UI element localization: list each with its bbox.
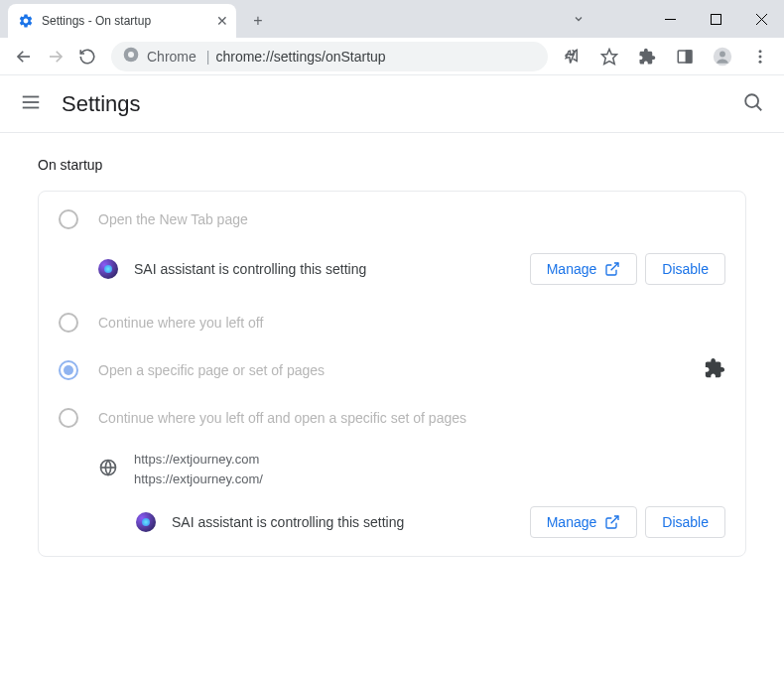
radio-icon bbox=[59, 408, 78, 428]
minimize-button[interactable] bbox=[647, 0, 693, 38]
omnibox-prefix: Chrome bbox=[147, 49, 196, 65]
gear-icon bbox=[18, 13, 34, 29]
manage-label: Manage bbox=[547, 261, 597, 277]
radio-icon-selected bbox=[59, 360, 78, 380]
svg-point-16 bbox=[759, 60, 762, 63]
svg-point-7 bbox=[128, 52, 134, 58]
maximize-button[interactable] bbox=[693, 0, 738, 38]
page-title: Settings bbox=[62, 91, 742, 117]
startup-page-entry: https://extjourney.com https://extjourne… bbox=[39, 442, 745, 496]
disable-label: Disable bbox=[662, 261, 709, 277]
open-external-icon bbox=[604, 261, 620, 277]
svg-point-15 bbox=[759, 55, 762, 58]
disable-button[interactable]: Disable bbox=[645, 506, 725, 538]
omnibox-separator: | bbox=[206, 49, 210, 65]
browser-tab[interactable]: Settings - On startup ✕ bbox=[8, 4, 236, 38]
manage-button[interactable]: Manage bbox=[530, 506, 638, 538]
radio-icon bbox=[59, 209, 78, 229]
svg-rect-1 bbox=[711, 14, 720, 24]
tab-title: Settings - On startup bbox=[42, 14, 151, 28]
managed-text: SAI assistant is controlling this settin… bbox=[172, 514, 530, 530]
side-panel-icon[interactable] bbox=[669, 41, 701, 72]
globe-icon bbox=[98, 458, 118, 481]
svg-point-13 bbox=[719, 51, 725, 57]
extension-app-icon bbox=[98, 259, 118, 279]
back-button[interactable] bbox=[8, 41, 40, 72]
manage-button[interactable]: Manage bbox=[530, 253, 638, 285]
chrome-icon bbox=[123, 47, 139, 67]
radio-label: Continue where you left off and open a s… bbox=[98, 410, 466, 426]
window-controls bbox=[647, 0, 784, 38]
radio-label: Continue where you left off bbox=[98, 315, 263, 331]
svg-line-25 bbox=[611, 516, 618, 523]
bookmark-star-icon[interactable] bbox=[593, 41, 625, 72]
titlebar: Settings - On startup ✕ + bbox=[0, 0, 784, 38]
svg-line-21 bbox=[756, 105, 761, 110]
option-specific[interactable]: Open a specific page or set of pages bbox=[39, 346, 745, 394]
close-tab-icon[interactable]: ✕ bbox=[216, 13, 228, 29]
svg-line-22 bbox=[611, 263, 618, 270]
radio-icon bbox=[59, 313, 78, 333]
managed-notice: SAI assistant is controlling this settin… bbox=[39, 496, 745, 552]
radio-label: Open the New Tab page bbox=[98, 211, 248, 227]
section-title: On startup bbox=[38, 157, 746, 173]
svg-marker-8 bbox=[602, 49, 617, 64]
menu-kebab-icon[interactable] bbox=[744, 41, 776, 72]
svg-point-20 bbox=[745, 94, 758, 107]
svg-rect-11 bbox=[687, 51, 692, 63]
open-external-icon bbox=[604, 514, 620, 530]
profile-avatar-icon[interactable] bbox=[707, 41, 738, 72]
extensions-puzzle-icon[interactable] bbox=[631, 41, 663, 72]
managed-notice: SAI assistant is controlling this settin… bbox=[39, 243, 745, 299]
settings-header: Settings bbox=[0, 75, 784, 133]
extension-app-icon bbox=[136, 512, 156, 532]
close-window-button[interactable] bbox=[738, 0, 784, 38]
address-bar[interactable]: Chrome | chrome://settings/onStartup bbox=[111, 42, 548, 71]
managed-text: SAI assistant is controlling this settin… bbox=[134, 261, 530, 277]
svg-rect-0 bbox=[665, 19, 676, 20]
option-continue-specific[interactable]: Continue where you left off and open a s… bbox=[39, 394, 745, 442]
radio-label: Open a specific page or set of pages bbox=[98, 362, 325, 378]
page-entry-title: https://extjourney.com bbox=[134, 450, 263, 470]
reload-button[interactable] bbox=[71, 41, 103, 72]
extension-puzzle-icon bbox=[704, 357, 725, 383]
search-icon[interactable] bbox=[742, 91, 764, 117]
option-new-tab[interactable]: Open the New Tab page bbox=[39, 196, 745, 243]
hamburger-menu-icon[interactable] bbox=[20, 91, 42, 117]
manage-label: Manage bbox=[547, 514, 597, 530]
forward-button[interactable] bbox=[40, 41, 71, 72]
option-continue[interactable]: Continue where you left off bbox=[39, 299, 745, 346]
new-tab-button[interactable]: + bbox=[244, 7, 272, 35]
page-entry-url: https://extjourney.com/ bbox=[134, 470, 263, 489]
svg-point-14 bbox=[759, 50, 762, 53]
share-icon[interactable] bbox=[556, 41, 588, 72]
disable-label: Disable bbox=[662, 514, 709, 530]
chevron-down-icon[interactable] bbox=[556, 0, 601, 38]
omnibox-url: chrome://settings/onStartup bbox=[215, 49, 385, 65]
content: On startup Open the New Tab page SAI ass… bbox=[0, 133, 784, 581]
disable-button[interactable]: Disable bbox=[645, 253, 725, 285]
startup-card: Open the New Tab page SAI assistant is c… bbox=[38, 191, 746, 557]
toolbar: Chrome | chrome://settings/onStartup bbox=[0, 38, 784, 75]
